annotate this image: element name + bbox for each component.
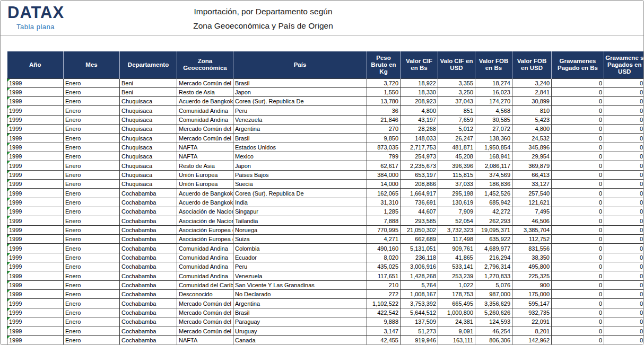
cell-cif_usd[interactable]: 295,198	[438, 189, 475, 198]
cell-peso[interactable]: 3,147	[367, 326, 401, 335]
cell-departamento[interactable]: Cochabamba	[120, 198, 177, 207]
cell-zona[interactable]: Comunidad del Carib	[177, 280, 233, 289]
cell-pais[interactable]: Paraguay	[233, 317, 367, 326]
cell-peso[interactable]: 1,285	[367, 207, 401, 216]
cell-ano[interactable]: 1999	[7, 161, 64, 170]
cell-cif_usd[interactable]: 7,659	[438, 115, 475, 124]
cell-fob_bs[interactable]: 216,294	[475, 253, 512, 262]
cell-zona[interactable]: Comunidad Andina	[177, 262, 233, 271]
cell-pais[interactable]: No Declarado	[233, 290, 367, 299]
cell-grav_usd[interactable]: 0	[604, 290, 644, 299]
cell-zona[interactable]: Mercado Común del	[177, 326, 233, 335]
cell-peso[interactable]: 62,617	[367, 161, 401, 170]
cell-peso[interactable]: 4,271	[367, 235, 401, 244]
cell-pais[interactable]: Singapur	[233, 207, 367, 216]
cell-grav_bs[interactable]: 0	[552, 290, 604, 299]
cell-ano[interactable]: 1999	[7, 317, 64, 326]
cell-cif_bs[interactable]: 254,973	[401, 152, 438, 161]
cell-peso[interactable]: 1,550	[367, 87, 401, 96]
cell-departamento[interactable]: Cochabamba	[120, 253, 177, 262]
cell-mes[interactable]: Enero	[64, 280, 120, 289]
cell-grav_usd[interactable]: 0	[604, 189, 644, 198]
cell-grav_usd[interactable]: 0	[604, 271, 644, 280]
cell-fob_bs[interactable]: 262,293	[475, 216, 512, 225]
cell-cif_usd[interactable]: 3,355	[438, 78, 475, 87]
cell-mes[interactable]: Enero	[64, 308, 120, 317]
cell-grav_usd[interactable]: 0	[604, 180, 644, 189]
cell-fob_bs[interactable]: 186,836	[475, 180, 512, 189]
cell-zona[interactable]: Asociación Europea d	[177, 225, 233, 234]
cell-pais[interactable]: Uruguay	[233, 326, 367, 335]
cell-departamento[interactable]: Chuquisaca	[120, 106, 177, 115]
cell-cif_usd[interactable]: 909,761	[438, 244, 475, 253]
cell-pais[interactable]: Paises Bajos	[233, 170, 367, 179]
cell-fob_bs[interactable]: 46,254	[475, 326, 512, 335]
cell-grav_bs[interactable]: 0	[552, 244, 604, 253]
cell-cif_bs[interactable]: 18,330	[401, 87, 438, 96]
cell-peso[interactable]: 117,651	[367, 271, 401, 280]
cell-fob_bs[interactable]: 2,796,314	[475, 262, 512, 271]
column-header-fob_usd[interactable]: Valor FOB en USD	[512, 51, 552, 78]
cell-fob_bs[interactable]: 138,360	[475, 134, 512, 143]
cell-fob_usd[interactable]: 3,385,704	[512, 225, 552, 234]
cell-fob_bs[interactable]: 27,072	[475, 125, 512, 134]
cell-pais[interactable]: Peru	[233, 262, 367, 271]
cell-grav_usd[interactable]: 0	[604, 280, 644, 289]
cell-pais[interactable]: Brasil	[233, 134, 367, 143]
cell-grav_bs[interactable]: 0	[552, 216, 604, 225]
cell-cif_usd[interactable]: 37,043	[438, 97, 475, 106]
cell-cif_bs[interactable]: 736,691	[401, 198, 438, 207]
cell-cif_usd[interactable]: 117,498	[438, 235, 475, 244]
cell-mes[interactable]: Enero	[64, 335, 120, 344]
cell-peso[interactable]: 270	[367, 125, 401, 134]
cell-fob_usd[interactable]: 810	[512, 106, 552, 115]
cell-peso[interactable]: 1,102,522	[367, 299, 401, 308]
cell-grav_bs[interactable]: 0	[552, 271, 604, 280]
cell-cif_usd[interactable]: 5,012	[438, 125, 475, 134]
cell-departamento[interactable]: Cochabamba	[120, 280, 177, 289]
cell-cif_bs[interactable]: 4,800	[401, 106, 438, 115]
cell-fob_bs[interactable]: 42,272	[475, 207, 512, 216]
cell-zona[interactable]: Acuerdo de Bangkok	[177, 189, 233, 198]
cell-cif_usd[interactable]: 115,815	[438, 170, 475, 179]
cell-ano[interactable]: 1999	[7, 326, 64, 335]
cell-cif_bs[interactable]: 51,273	[401, 326, 438, 335]
cell-departamento[interactable]: Cochabamba	[120, 244, 177, 253]
cell-departamento[interactable]: Cochabamba	[120, 308, 177, 317]
cell-fob_bs[interactable]: 19,095,371	[475, 225, 512, 234]
cell-peso[interactable]: 422,542	[367, 308, 401, 317]
cell-fob_usd[interactable]: 22,091	[512, 317, 552, 326]
cell-cif_usd[interactable]: 26,247	[438, 134, 475, 143]
cell-cif_usd[interactable]: 45,208	[438, 152, 475, 161]
cell-grav_usd[interactable]: 0	[604, 198, 644, 207]
cell-grav_usd[interactable]: 0	[604, 253, 644, 262]
column-header-cif_usd[interactable]: Valo CIF en USD	[438, 51, 475, 78]
cell-ano[interactable]: 1999	[7, 280, 64, 289]
cell-zona[interactable]: NAFTA	[177, 152, 233, 161]
cell-fob_usd[interactable]: 345,896	[512, 143, 552, 152]
cell-ano[interactable]: 1999	[7, 78, 64, 87]
cell-grav_usd[interactable]: 0	[604, 143, 644, 152]
cell-cif_usd[interactable]: 533,141	[438, 262, 475, 271]
cell-grav_usd[interactable]: 0	[604, 317, 644, 326]
cell-pais[interactable]: Brasil	[233, 308, 367, 317]
cell-cif_bs[interactable]: 5,131,051	[401, 244, 438, 253]
cell-grav_bs[interactable]: 0	[552, 78, 604, 87]
cell-zona[interactable]: Comunidad Andina	[177, 271, 233, 280]
cell-grav_usd[interactable]: 0	[604, 326, 644, 335]
cell-mes[interactable]: Enero	[64, 290, 120, 299]
cell-cif_bs[interactable]: 2,235,673	[401, 161, 438, 170]
cell-grav_usd[interactable]: 0	[604, 262, 644, 271]
cell-mes[interactable]: Enero	[64, 115, 120, 124]
cell-cif_usd[interactable]: 1,000,800	[438, 308, 475, 317]
cell-zona[interactable]: NAFTA	[177, 143, 233, 152]
cell-fob_bs[interactable]: 685,942	[475, 198, 512, 207]
cell-zona[interactable]: Unión Europea	[177, 170, 233, 179]
cell-departamento[interactable]: Chuquisaca	[120, 125, 177, 134]
cell-grav_bs[interactable]: 0	[552, 225, 604, 234]
cell-zona[interactable]: Unión Europea	[177, 180, 233, 189]
cell-fob_bs[interactable]: 987,000	[475, 290, 512, 299]
cell-pais[interactable]: Japon	[233, 161, 367, 170]
cell-fob_bs[interactable]: 124,593	[475, 317, 512, 326]
cell-peso[interactable]: 21,846	[367, 115, 401, 124]
